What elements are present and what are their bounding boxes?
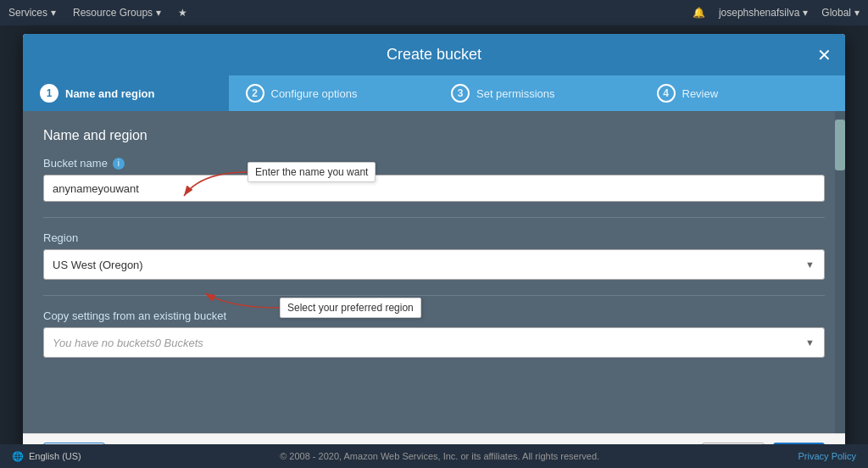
- bucket-name-group: Bucket name i: [43, 157, 825, 202]
- divider-2: [43, 295, 825, 296]
- nav-favorites[interactable]: ★: [178, 7, 187, 19]
- create-bucket-modal: Create bucket ✕ 1 Name and region 2 Conf…: [23, 34, 845, 468]
- step-1-label: Name and region: [65, 87, 154, 100]
- modal-overlay: Create bucket ✕ 1 Name and region 2 Conf…: [0, 25, 868, 468]
- step-4-number: 4: [657, 84, 676, 103]
- nav-resource-groups[interactable]: Resource Groups ▾: [73, 7, 161, 19]
- divider-1: [43, 217, 825, 218]
- step-2-number: 2: [246, 84, 264, 103]
- region-select-wrapper: US West (Oregon) US East (N. Virginia) E…: [43, 249, 825, 280]
- step-2[interactable]: 2 Configure options: [229, 75, 435, 111]
- region-label: Region: [43, 231, 825, 244]
- modal-body: Name and region Bucket name i Region US …: [23, 111, 845, 433]
- region-select[interactable]: US West (Oregon) US East (N. Virginia) E…: [43, 249, 825, 280]
- top-nav: Services ▾ Resource Groups ▾ ★ 🔔 josephs…: [0, 0, 868, 25]
- annotation-name: Enter the name you want: [248, 162, 376, 182]
- privacy-policy-link[interactable]: Privacy Policy: [798, 451, 856, 461]
- scroll-thumb[interactable]: [835, 120, 845, 170]
- copy-settings-select-wrapper: You have no buckets0 Buckets: [43, 327, 825, 358]
- bottom-bar: 🌐 English (US) © 2008 - 2020, Amazon Web…: [0, 444, 868, 468]
- bottom-language[interactable]: 🌐 English (US): [12, 451, 81, 462]
- step-1[interactable]: 1 Name and region: [23, 75, 229, 111]
- scrollbar[interactable]: [835, 111, 845, 433]
- nav-bell[interactable]: 🔔: [693, 7, 705, 19]
- nav-user[interactable]: josephshenafsilva ▾: [719, 7, 808, 19]
- step-3[interactable]: 3 Set permissions: [434, 75, 640, 111]
- step-3-number: 3: [451, 84, 470, 103]
- nav-services[interactable]: Services ▾: [8, 7, 56, 19]
- modal-title: Create bucket: [387, 46, 481, 64]
- region-group: Region US West (Oregon) US East (N. Virg…: [43, 231, 825, 280]
- section-title: Name and region: [43, 128, 825, 143]
- copy-settings-select[interactable]: You have no buckets0 Buckets: [43, 327, 825, 358]
- step-4[interactable]: 4 Review: [640, 75, 846, 111]
- step-1-number: 1: [40, 84, 58, 103]
- bucket-name-label: Bucket name i: [43, 157, 825, 170]
- step-3-label: Set permissions: [476, 87, 554, 100]
- copy-settings-group: Copy settings from an existing bucket Yo…: [43, 309, 825, 358]
- copy-settings-label: Copy settings from an existing bucket: [43, 309, 825, 322]
- bottom-copyright: © 2008 - 2020, Amazon Web Services, Inc.…: [280, 451, 599, 461]
- step-4-label: Review: [682, 87, 719, 100]
- modal-close-button[interactable]: ✕: [817, 47, 832, 64]
- bucket-name-input[interactable]: [43, 175, 825, 202]
- steps-bar: 1 Name and region 2 Configure options 3 …: [23, 75, 845, 111]
- annotation-region: Select your preferred region: [280, 298, 421, 318]
- modal-header: Create bucket ✕: [23, 34, 845, 75]
- bucket-name-info-icon[interactable]: i: [113, 158, 125, 170]
- step-2-label: Configure options: [271, 87, 358, 100]
- nav-right: 🔔 josephshenafsilva ▾ Global ▾: [693, 7, 860, 19]
- nav-region[interactable]: Global ▾: [821, 7, 860, 19]
